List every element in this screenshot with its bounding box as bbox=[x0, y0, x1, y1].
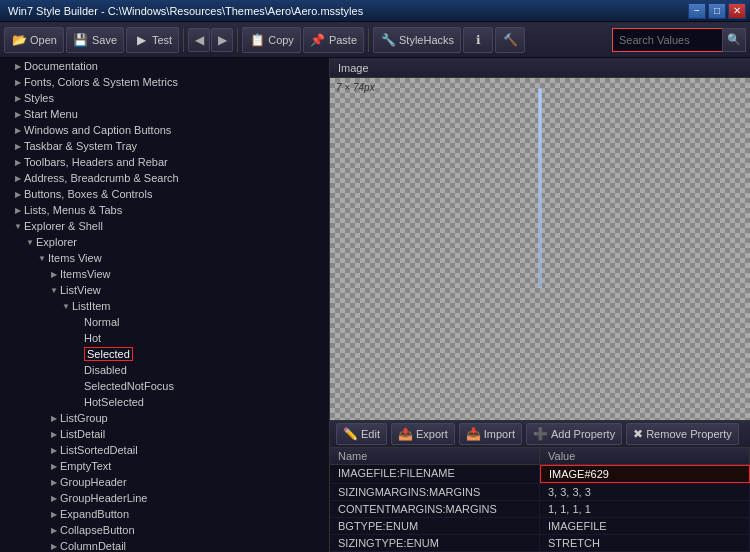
tree-label-explorer: Explorer bbox=[36, 236, 77, 248]
props-name-header: Name bbox=[330, 448, 540, 464]
tree-item-address[interactable]: ▶Address, Breadcrumb & Search bbox=[0, 170, 329, 186]
open-button[interactable]: 📂 Open bbox=[4, 27, 64, 53]
tree-label-items-view: Items View bbox=[48, 252, 102, 264]
tree-label-emptytext: EmptyText bbox=[60, 460, 111, 472]
paste-button[interactable]: 📌 Paste bbox=[303, 27, 364, 53]
left-panel: ▶Documentation▶Fonts, Colors & System Me… bbox=[0, 58, 330, 552]
minimize-button[interactable]: − bbox=[688, 3, 706, 19]
close-button[interactable]: ✕ bbox=[728, 3, 746, 19]
add-property-button[interactable]: ➕ Add Property bbox=[526, 423, 622, 445]
tree-item-buttons[interactable]: ▶Buttons, Boxes & Controls bbox=[0, 186, 329, 202]
tree-item-listdetail[interactable]: ▶ListDetail bbox=[0, 426, 329, 442]
tree-arrow-listdetail: ▶ bbox=[48, 427, 60, 441]
tree-arrow-explorer: ▼ bbox=[24, 235, 36, 249]
tree-arrow-emptytext: ▶ bbox=[48, 459, 60, 473]
tree-item-taskbar[interactable]: ▶Taskbar & System Tray bbox=[0, 138, 329, 154]
tree-arrow-buttons: ▶ bbox=[12, 187, 24, 201]
tree-item-styles[interactable]: ▶Styles bbox=[0, 90, 329, 106]
tree-item-groupheaderline[interactable]: ▶GroupHeaderLine bbox=[0, 490, 329, 506]
open-icon: 📂 bbox=[11, 32, 27, 48]
stylehacks-icon: 🔧 bbox=[380, 32, 396, 48]
test-label: Test bbox=[152, 34, 172, 46]
tree-item-fonts-colors[interactable]: ▶Fonts, Colors & System Metrics bbox=[0, 74, 329, 90]
save-button[interactable]: 💾 Save bbox=[66, 27, 124, 53]
copy-button[interactable]: 📋 Copy bbox=[242, 27, 301, 53]
tree-item-toolbars-headers[interactable]: ▶Toolbars, Headers and Rebar bbox=[0, 154, 329, 170]
tree-label-toolbars-headers: Toolbars, Headers and Rebar bbox=[24, 156, 168, 168]
import-button[interactable]: 📥 Import bbox=[459, 423, 522, 445]
tree-arrow-listsorteddetail: ▶ bbox=[48, 443, 60, 457]
paste-icon: 📌 bbox=[310, 32, 326, 48]
add-property-icon: ➕ bbox=[533, 427, 548, 441]
tree-label-documentation: Documentation bbox=[24, 60, 98, 72]
nav-buttons: ◀ ▶ bbox=[188, 28, 233, 52]
back-button[interactable]: ◀ bbox=[188, 28, 210, 52]
tree-item-items-view[interactable]: ▼Items View bbox=[0, 250, 329, 266]
tree-label-listdetail: ListDetail bbox=[60, 428, 105, 440]
test-button[interactable]: ▶ Test bbox=[126, 27, 179, 53]
wrench-button[interactable]: 🔨 bbox=[495, 27, 525, 53]
tree-item-columndetail[interactable]: ▶ColumnDetail bbox=[0, 538, 329, 552]
tree-item-groupheader[interactable]: ▶GroupHeader bbox=[0, 474, 329, 490]
tree-item-expandbutton[interactable]: ▶ExpandButton bbox=[0, 506, 329, 522]
tree-item-emptytext[interactable]: ▶EmptyText bbox=[0, 458, 329, 474]
tree-label-explorer-shell: Explorer & Shell bbox=[24, 220, 103, 232]
search-button[interactable]: 🔍 bbox=[722, 28, 746, 52]
tree-label-listview: ListView bbox=[60, 284, 101, 296]
tree-item-listview[interactable]: ▼ListView bbox=[0, 282, 329, 298]
export-button[interactable]: 📤 Export bbox=[391, 423, 455, 445]
tree-arrow-taskbar: ▶ bbox=[12, 139, 24, 153]
tree-item-hot[interactable]: Hot bbox=[0, 330, 329, 346]
remove-property-icon: ✖ bbox=[633, 427, 643, 441]
tree-item-explorer[interactable]: ▼Explorer bbox=[0, 234, 329, 250]
edit-button[interactable]: ✏️ Edit bbox=[336, 423, 387, 445]
tree-item-listgroup[interactable]: ▶ListGroup bbox=[0, 410, 329, 426]
props-row-2[interactable]: CONTENTMARGINS:MARGINS1, 1, 1, 1 bbox=[330, 501, 750, 518]
props-row-1[interactable]: SIZINGMARGINS:MARGINS3, 3, 3, 3 bbox=[330, 484, 750, 501]
tree-label-collapsebutton: CollapseButton bbox=[60, 524, 135, 536]
props-header: Name Value bbox=[330, 448, 750, 465]
sep2 bbox=[237, 28, 238, 52]
tree-item-itemsview[interactable]: ▶ItemsView bbox=[0, 266, 329, 282]
remove-property-label: Remove Property bbox=[646, 428, 732, 440]
tree-label-selectednofocus: SelectedNotFocus bbox=[84, 380, 174, 392]
tree-item-normal[interactable]: Normal bbox=[0, 314, 329, 330]
props-name-2: CONTENTMARGINS:MARGINS bbox=[330, 501, 540, 517]
maximize-button[interactable]: □ bbox=[708, 3, 726, 19]
tree-item-disabled[interactable]: Disabled bbox=[0, 362, 329, 378]
tree-item-lists-menus[interactable]: ▶Lists, Menus & Tabs bbox=[0, 202, 329, 218]
tree-item-listitem[interactable]: ▼ListItem bbox=[0, 298, 329, 314]
stylehacks-button[interactable]: 🔧 StyleHacks bbox=[373, 27, 461, 53]
tree-item-hotselected[interactable]: HotSelected bbox=[0, 394, 329, 410]
tree-arrow-address: ▶ bbox=[12, 171, 24, 185]
toolbar: 📂 Open 💾 Save ▶ Test ◀ ▶ 📋 Copy 📌 Paste … bbox=[0, 22, 750, 58]
tree-item-selected[interactable]: Selected bbox=[0, 346, 329, 362]
image-panel-header: Image bbox=[330, 58, 750, 78]
search-input[interactable] bbox=[612, 28, 722, 52]
tree-item-start-menu[interactable]: ▶Start Menu bbox=[0, 106, 329, 122]
remove-property-button[interactable]: ✖ Remove Property bbox=[626, 423, 739, 445]
props-row-4[interactable]: SIZINGTYPE:ENUMSTRETCH bbox=[330, 535, 750, 552]
tree-item-documentation[interactable]: ▶Documentation bbox=[0, 58, 329, 74]
test-icon: ▶ bbox=[133, 32, 149, 48]
tree-arrow-hot bbox=[72, 331, 84, 345]
tree-arrow-start-menu: ▶ bbox=[12, 107, 24, 121]
tree-item-explorer-shell[interactable]: ▼Explorer & Shell bbox=[0, 218, 329, 234]
info-button[interactable]: ℹ bbox=[463, 27, 493, 53]
props-name-1: SIZINGMARGINS:MARGINS bbox=[330, 484, 540, 500]
image-header-label: Image bbox=[338, 62, 369, 74]
tree-arrow-explorer-shell: ▼ bbox=[12, 219, 24, 233]
tree-arrow-collapsebutton: ▶ bbox=[48, 523, 60, 537]
props-row-0[interactable]: IMAGEFILE:FILENAMEIMAGE#629 bbox=[330, 465, 750, 484]
tree-label-fonts-colors: Fonts, Colors & System Metrics bbox=[24, 76, 178, 88]
tree-item-selectednofocus[interactable]: SelectedNotFocus bbox=[0, 378, 329, 394]
tree-item-collapsebutton[interactable]: ▶CollapseButton bbox=[0, 522, 329, 538]
save-label: Save bbox=[92, 34, 117, 46]
forward-button[interactable]: ▶ bbox=[211, 28, 233, 52]
tree-item-listsorteddetail[interactable]: ▶ListSortedDetail bbox=[0, 442, 329, 458]
tree-label-windows-caption: Windows and Caption Buttons bbox=[24, 124, 171, 136]
tree-item-windows-caption[interactable]: ▶Windows and Caption Buttons bbox=[0, 122, 329, 138]
tree-arrow-columndetail: ▶ bbox=[48, 539, 60, 552]
props-row-3[interactable]: BGTYPE:ENUMIMAGEFILE bbox=[330, 518, 750, 535]
tree-arrow-windows-caption: ▶ bbox=[12, 123, 24, 137]
